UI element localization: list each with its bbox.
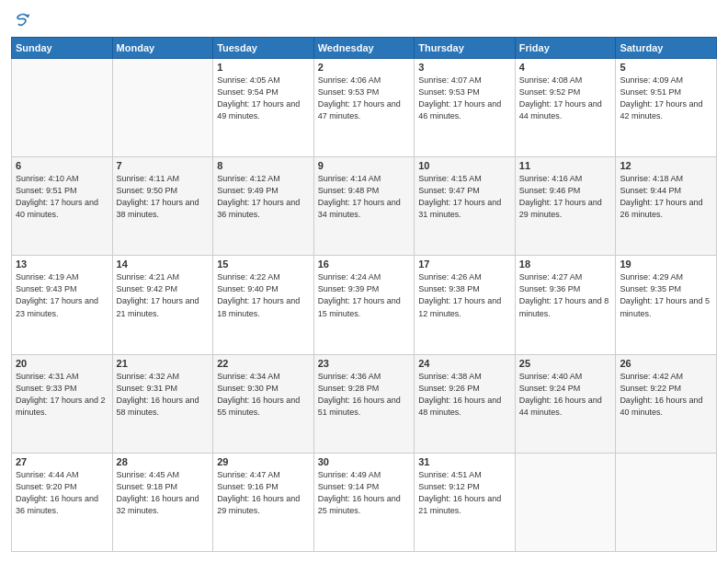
calendar-day-cell: 14Sunrise: 4:21 AM Sunset: 9:42 PM Dayli… <box>112 256 213 354</box>
calendar-day-cell: 17Sunrise: 4:26 AM Sunset: 9:38 PM Dayli… <box>415 256 516 354</box>
calendar-header-tuesday: Tuesday <box>213 38 314 59</box>
calendar-day-cell: 1Sunrise: 4:05 AM Sunset: 9:54 PM Daylig… <box>213 59 314 157</box>
calendar-week-row: 13Sunrise: 4:19 AM Sunset: 9:43 PM Dayli… <box>12 256 717 354</box>
calendar-day-cell: 30Sunrise: 4:49 AM Sunset: 9:14 PM Dayli… <box>313 453 415 551</box>
day-number: 15 <box>217 259 310 270</box>
day-info: Sunrise: 4:34 AM Sunset: 9:30 PM Dayligh… <box>217 371 310 419</box>
day-number: 16 <box>318 259 411 270</box>
calendar-day-cell: 28Sunrise: 4:45 AM Sunset: 9:18 PM Dayli… <box>112 453 213 551</box>
calendar-day-cell: 18Sunrise: 4:27 AM Sunset: 9:36 PM Dayli… <box>515 256 616 354</box>
day-info: Sunrise: 4:38 AM Sunset: 9:26 PM Dayligh… <box>418 371 511 419</box>
day-info: Sunrise: 4:29 AM Sunset: 9:35 PM Dayligh… <box>620 271 712 319</box>
day-number: 5 <box>620 62 712 73</box>
day-number: 17 <box>418 259 511 270</box>
day-number: 8 <box>217 160 310 171</box>
day-info: Sunrise: 4:42 AM Sunset: 9:22 PM Dayligh… <box>620 371 712 419</box>
calendar-day-cell: 25Sunrise: 4:40 AM Sunset: 9:24 PM Dayli… <box>515 354 616 453</box>
day-info: Sunrise: 4:06 AM Sunset: 9:53 PM Dayligh… <box>318 75 411 122</box>
day-info: Sunrise: 4:27 AM Sunset: 9:36 PM Dayligh… <box>519 271 612 319</box>
day-number: 28 <box>117 456 210 467</box>
day-info: Sunrise: 4:09 AM Sunset: 9:51 PM Dayligh… <box>620 75 712 122</box>
calendar-day-cell: 26Sunrise: 4:42 AM Sunset: 9:22 PM Dayli… <box>616 354 717 453</box>
day-number: 11 <box>519 160 612 171</box>
calendar-day-cell: 10Sunrise: 4:15 AM Sunset: 9:47 PM Dayli… <box>415 157 516 256</box>
calendar-day-cell: 22Sunrise: 4:34 AM Sunset: 9:30 PM Dayli… <box>213 354 314 453</box>
calendar-header-sunday: Sunday <box>12 38 113 59</box>
day-number: 21 <box>117 358 210 369</box>
day-number: 10 <box>418 160 511 171</box>
calendar-day-cell: 27Sunrise: 4:44 AM Sunset: 9:20 PM Dayli… <box>12 453 113 551</box>
day-number: 26 <box>620 358 712 369</box>
calendar-day-cell: 31Sunrise: 4:51 AM Sunset: 9:12 PM Dayli… <box>415 453 516 551</box>
calendar-day-cell: 29Sunrise: 4:47 AM Sunset: 9:16 PM Dayli… <box>213 453 314 551</box>
day-number: 9 <box>318 160 411 171</box>
day-number: 31 <box>418 456 511 467</box>
day-number: 2 <box>318 62 411 73</box>
calendar-header-monday: Monday <box>112 38 213 59</box>
day-number: 24 <box>418 358 511 369</box>
day-info: Sunrise: 4:07 AM Sunset: 9:53 PM Dayligh… <box>418 75 511 122</box>
day-info: Sunrise: 4:47 AM Sunset: 9:16 PM Dayligh… <box>217 469 310 517</box>
day-number: 22 <box>217 358 310 369</box>
calendar-day-cell: 15Sunrise: 4:22 AM Sunset: 9:40 PM Dayli… <box>213 256 314 354</box>
logo-bird-icon <box>13 11 31 29</box>
day-info: Sunrise: 4:05 AM Sunset: 9:54 PM Dayligh… <box>217 75 310 122</box>
calendar-day-cell: 2Sunrise: 4:06 AM Sunset: 9:53 PM Daylig… <box>313 59 415 157</box>
day-info: Sunrise: 4:24 AM Sunset: 9:39 PM Dayligh… <box>318 271 411 319</box>
page: SundayMondayTuesdayWednesdayThursdayFrid… <box>0 0 728 563</box>
calendar-day-cell: 20Sunrise: 4:31 AM Sunset: 9:33 PM Dayli… <box>12 354 113 453</box>
calendar-day-cell <box>12 59 113 157</box>
day-number: 18 <box>519 259 612 270</box>
calendar-day-cell <box>515 453 616 551</box>
day-number: 20 <box>16 358 108 369</box>
calendar-header-wednesday: Wednesday <box>313 38 415 59</box>
day-number: 19 <box>620 259 712 270</box>
day-info: Sunrise: 4:18 AM Sunset: 9:44 PM Dayligh… <box>620 173 712 221</box>
calendar-header-saturday: Saturday <box>616 38 717 59</box>
day-info: Sunrise: 4:44 AM Sunset: 9:20 PM Dayligh… <box>16 469 108 517</box>
calendar-day-cell: 13Sunrise: 4:19 AM Sunset: 9:43 PM Dayli… <box>12 256 113 354</box>
calendar-header-friday: Friday <box>515 38 616 59</box>
calendar-day-cell: 4Sunrise: 4:08 AM Sunset: 9:52 PM Daylig… <box>515 59 616 157</box>
day-info: Sunrise: 4:40 AM Sunset: 9:24 PM Dayligh… <box>519 371 612 419</box>
day-info: Sunrise: 4:16 AM Sunset: 9:46 PM Dayligh… <box>519 173 612 221</box>
calendar-week-row: 1Sunrise: 4:05 AM Sunset: 9:54 PM Daylig… <box>12 59 717 157</box>
day-number: 4 <box>519 62 612 73</box>
calendar-week-row: 6Sunrise: 4:10 AM Sunset: 9:51 PM Daylig… <box>12 157 717 256</box>
day-info: Sunrise: 4:32 AM Sunset: 9:31 PM Dayligh… <box>117 371 210 419</box>
header <box>11 11 717 29</box>
day-info: Sunrise: 4:22 AM Sunset: 9:40 PM Dayligh… <box>217 271 310 319</box>
day-number: 27 <box>16 456 108 467</box>
calendar-day-cell: 24Sunrise: 4:38 AM Sunset: 9:26 PM Dayli… <box>415 354 516 453</box>
day-number: 7 <box>117 160 210 171</box>
calendar-day-cell: 6Sunrise: 4:10 AM Sunset: 9:51 PM Daylig… <box>12 157 113 256</box>
day-number: 1 <box>217 62 310 73</box>
day-info: Sunrise: 4:26 AM Sunset: 9:38 PM Dayligh… <box>418 271 511 319</box>
calendar-day-cell: 9Sunrise: 4:14 AM Sunset: 9:48 PM Daylig… <box>313 157 415 256</box>
logo <box>11 11 31 29</box>
calendar-day-cell: 21Sunrise: 4:32 AM Sunset: 9:31 PM Dayli… <box>112 354 213 453</box>
day-number: 13 <box>16 259 108 270</box>
day-number: 23 <box>318 358 411 369</box>
calendar-week-row: 20Sunrise: 4:31 AM Sunset: 9:33 PM Dayli… <box>12 354 717 453</box>
day-number: 6 <box>16 160 108 171</box>
calendar-day-cell <box>616 453 717 551</box>
day-info: Sunrise: 4:21 AM Sunset: 9:42 PM Dayligh… <box>117 271 210 319</box>
calendar-day-cell: 16Sunrise: 4:24 AM Sunset: 9:39 PM Dayli… <box>313 256 415 354</box>
day-number: 30 <box>318 456 411 467</box>
day-number: 14 <box>117 259 210 270</box>
calendar-header-row: SundayMondayTuesdayWednesdayThursdayFrid… <box>12 38 717 59</box>
calendar-header-thursday: Thursday <box>415 38 516 59</box>
calendar-table: SundayMondayTuesdayWednesdayThursdayFrid… <box>11 37 717 552</box>
calendar-day-cell: 23Sunrise: 4:36 AM Sunset: 9:28 PM Dayli… <box>313 354 415 453</box>
day-info: Sunrise: 4:14 AM Sunset: 9:48 PM Dayligh… <box>318 173 411 221</box>
day-info: Sunrise: 4:36 AM Sunset: 9:28 PM Dayligh… <box>318 371 411 419</box>
day-info: Sunrise: 4:51 AM Sunset: 9:12 PM Dayligh… <box>418 469 511 517</box>
day-info: Sunrise: 4:45 AM Sunset: 9:18 PM Dayligh… <box>117 469 210 517</box>
calendar-day-cell: 11Sunrise: 4:16 AM Sunset: 9:46 PM Dayli… <box>515 157 616 256</box>
calendar-day-cell <box>112 59 213 157</box>
calendar-day-cell: 7Sunrise: 4:11 AM Sunset: 9:50 PM Daylig… <box>112 157 213 256</box>
calendar-day-cell: 5Sunrise: 4:09 AM Sunset: 9:51 PM Daylig… <box>616 59 717 157</box>
day-number: 25 <box>519 358 612 369</box>
day-info: Sunrise: 4:31 AM Sunset: 9:33 PM Dayligh… <box>16 371 108 419</box>
